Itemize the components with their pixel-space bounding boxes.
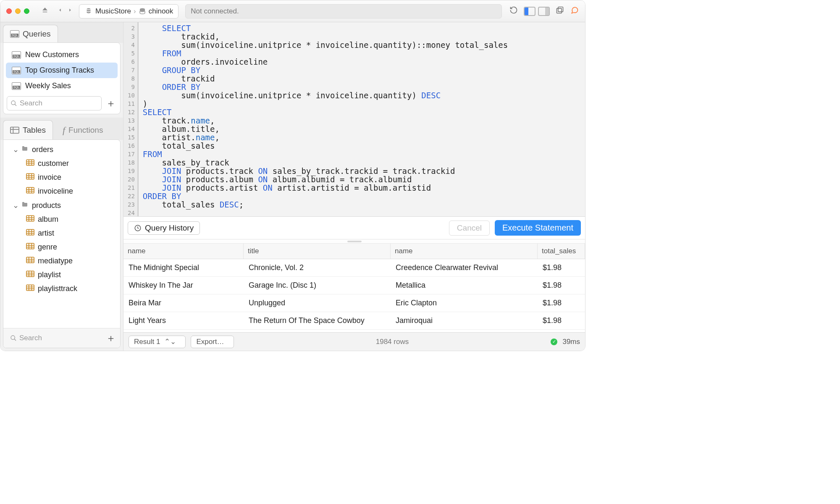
tab-functions[interactable]: f Functions xyxy=(55,120,110,140)
table-item[interactable]: genre xyxy=(3,240,120,254)
eject-icon[interactable] xyxy=(41,6,49,16)
cell: Eric Clapton xyxy=(391,294,538,312)
breadcrumb-sep: › xyxy=(134,7,136,16)
table-item[interactable]: invoiceline xyxy=(3,184,120,198)
query-history-label: Query History xyxy=(145,223,194,233)
tab-tables[interactable]: Tables xyxy=(3,120,53,140)
status-ok-icon: ✓ xyxy=(551,339,557,345)
toggle-right-pane-icon[interactable] xyxy=(538,7,550,16)
cell: Unplugged xyxy=(244,294,391,312)
connection-field[interactable]: Not connected. xyxy=(185,4,502,18)
schema-name: products xyxy=(32,201,61,210)
column-header[interactable]: total_sales xyxy=(538,244,585,259)
svg-rect-2 xyxy=(557,8,562,13)
add-query-button[interactable]: ＋ xyxy=(105,97,117,110)
table-item[interactable]: playlisttrack xyxy=(3,282,120,296)
database-name: chinook xyxy=(149,7,173,16)
windows-icon[interactable] xyxy=(556,6,564,16)
split-handle[interactable] xyxy=(123,239,585,244)
chevron-updown-icon: ⌃⌄ xyxy=(164,337,176,346)
table-name: playlisttrack xyxy=(38,284,77,293)
cell: Whiskey In The Jar xyxy=(123,277,244,294)
folder-icon xyxy=(21,201,29,210)
column-header[interactable]: name xyxy=(123,244,244,259)
svg-rect-32 xyxy=(26,243,34,249)
cell: $1.98 xyxy=(538,294,585,312)
table-item[interactable]: album xyxy=(3,213,120,226)
svg-rect-4 xyxy=(10,127,19,134)
minimize-icon[interactable] xyxy=(15,8,21,14)
svg-rect-47 xyxy=(26,285,34,290)
project-icon xyxy=(84,8,93,15)
table-row[interactable]: Beira MarUnpluggedEric Clapton$1.98 xyxy=(123,294,585,312)
queries-search-input[interactable]: Search xyxy=(7,96,102,110)
sql-icon xyxy=(12,51,21,59)
zoom-icon[interactable] xyxy=(24,8,29,14)
breadcrumb[interactable]: MusicStore › chinook xyxy=(79,4,178,18)
table-name: album xyxy=(38,215,58,224)
connection-status: Not connected. xyxy=(191,7,239,16)
table-icon xyxy=(26,284,34,293)
query-history-button[interactable]: Query History xyxy=(128,221,200,235)
query-item[interactable]: Weekly Sales xyxy=(6,78,118,94)
editor-pane: 23456789101112131415161718192021222324 S… xyxy=(123,22,585,351)
query-item[interactable]: New Customers xyxy=(6,47,118,63)
table-row[interactable]: Whiskey In The JarGarage Inc. (Disc 1)Me… xyxy=(123,277,585,294)
tables-search-input[interactable]: Search xyxy=(7,331,102,345)
table-item[interactable]: playlist xyxy=(3,268,120,282)
project-name: MusicStore xyxy=(95,7,131,16)
column-header[interactable]: name xyxy=(391,244,538,259)
window-toolbar: MusicStore › chinook Not connected. xyxy=(0,0,585,22)
query-item[interactable]: Top Grossing Tracks xyxy=(6,63,118,78)
svg-rect-17 xyxy=(26,187,34,193)
cell: The Midnight Special xyxy=(123,259,244,276)
table-name: mediatype xyxy=(38,257,73,265)
toggle-left-pane-icon[interactable] xyxy=(524,7,536,16)
sql-editor[interactable]: 23456789101112131415161718192021222324 S… xyxy=(123,22,585,217)
table-row[interactable]: Light YearsThe Return Of The Space Cowbo… xyxy=(123,312,585,330)
cell: $1.98 xyxy=(538,312,585,329)
table-name: invoiceline xyxy=(38,187,73,196)
tab-tables-label: Tables xyxy=(23,126,46,135)
chevron-down-icon: ⌄ xyxy=(13,145,18,154)
schema-item[interactable]: ⌄orders xyxy=(3,142,120,157)
table-item[interactable]: mediatype xyxy=(3,254,120,268)
search-placeholder: Search xyxy=(19,334,42,342)
table-icon xyxy=(26,215,34,224)
svg-rect-1 xyxy=(558,7,563,12)
cell: Light Years xyxy=(123,312,244,329)
cell: Metallica xyxy=(391,277,538,294)
table-name: playlist xyxy=(38,270,61,279)
cell: $1.98 xyxy=(538,277,585,294)
export-button[interactable]: Export… xyxy=(191,336,234,348)
tab-queries-label: Queries xyxy=(23,29,51,39)
reload-icon[interactable] xyxy=(509,6,518,16)
tab-queries[interactable]: Queries xyxy=(3,25,58,43)
nav-forward-icon[interactable] xyxy=(67,6,73,16)
sql-icon xyxy=(12,67,21,74)
sql-icon xyxy=(12,82,21,90)
sidebar: Queries New CustomersTop Grossing Tracks… xyxy=(0,22,123,351)
table-icon xyxy=(26,257,34,265)
column-header[interactable]: title xyxy=(244,244,391,259)
add-table-button[interactable]: ＋ xyxy=(105,331,117,345)
cell: Jamiroquai xyxy=(391,312,538,329)
schema-item[interactable]: ⌄products xyxy=(3,198,120,213)
nav-back-icon[interactable] xyxy=(57,6,63,16)
close-icon[interactable] xyxy=(6,8,12,14)
result-selector[interactable]: Result 1 ⌃⌄ xyxy=(129,336,186,348)
feedback-icon[interactable] xyxy=(570,6,579,16)
execute-button[interactable]: Execute Statement xyxy=(495,220,581,236)
table-item[interactable]: invoice xyxy=(3,171,120,184)
database-icon xyxy=(139,8,146,15)
schema-name: orders xyxy=(32,145,53,154)
status-bar: Result 1 ⌃⌄ Export… 1984 rows ✓ 39ms xyxy=(123,332,585,351)
table-row[interactable]: The Midnight SpecialChronicle, Vol. 2Cre… xyxy=(123,259,585,277)
query-name: Top Grossing Tracks xyxy=(25,66,94,75)
table-icon xyxy=(26,229,34,238)
query-name: New Customers xyxy=(25,50,79,59)
cancel-button[interactable]: Cancel xyxy=(449,220,490,236)
table-item[interactable]: artist xyxy=(3,226,120,240)
table-item[interactable]: customer xyxy=(3,157,120,171)
window-controls xyxy=(6,8,29,14)
